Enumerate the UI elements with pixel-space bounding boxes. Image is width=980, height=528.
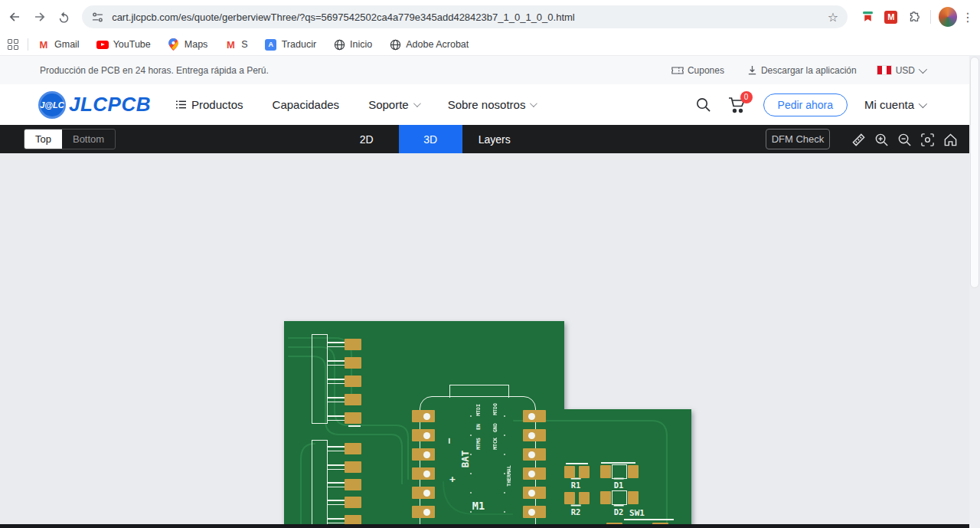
toolbar-separator (930, 10, 931, 24)
app-window: cart.jlcpcb.com/es/quote/gerberviewThree… (0, 0, 980, 528)
zoom-in-icon[interactable] (873, 131, 890, 148)
side-bottom-button[interactable]: Bottom (62, 130, 115, 149)
bookmark-gmail[interactable]: M Gmail (38, 38, 80, 51)
logo-text: JLCPCB (69, 93, 151, 116)
pcb-silkscreen-layer: J3 J4 J1 J2 M1 BAT − + MTMS EN MTDI MTCK… (284, 321, 691, 528)
gmail-icon: M (38, 38, 50, 51)
url-text[interactable]: cart.jlcpcb.com/es/quote/gerberviewThree… (112, 11, 828, 23)
bookmark-youtube[interactable]: YouTube (96, 38, 151, 51)
site-header: J@LC JLCPCB Productos Capacidades Soport… (0, 84, 969, 125)
pcb-silk-dot (470, 435, 472, 436)
promo-bar: Producción de PCB en 24 horas. Entrega r… (0, 55, 969, 84)
extensions-puzzle-icon[interactable] (905, 7, 923, 27)
dfm-check-button[interactable]: DFM Check (766, 129, 830, 149)
pcb-viewer-canvas[interactable]: J3 J4 J1 J2 M1 BAT − + MTMS EN MTDI MTCK… (0, 153, 969, 524)
pcb-pad-hole (528, 432, 535, 439)
nav-sobre-nosotros[interactable]: Sobre nosotros (448, 98, 536, 111)
pcb-pad-hole (423, 509, 430, 516)
tab-2d[interactable]: 2D (335, 125, 399, 153)
nav-productos[interactable]: Productos (175, 98, 243, 111)
password-extension-icon[interactable]: M (882, 7, 900, 27)
pcb-silk-dot (504, 454, 505, 455)
tab-3d[interactable]: 3D (399, 125, 463, 153)
zoom-out-icon[interactable] (896, 131, 913, 148)
pcb-pad (628, 465, 639, 478)
bookmark-traducir[interactable]: A Traducir (265, 38, 316, 51)
measure-ruler-icon[interactable] (850, 131, 867, 148)
url-bar[interactable]: cart.jlcpcb.com/es/quote/gerberviewThree… (82, 5, 848, 28)
silk-pin-gnd: GND (492, 423, 498, 432)
pcb-silk-stub (328, 500, 345, 501)
forward-icon[interactable] (29, 6, 49, 28)
pcb-silk-stub (328, 342, 345, 343)
browser-toolbar: cart.jlcpcb.com/es/quote/gerberviewThree… (0, 0, 980, 34)
pcb-silk-line (566, 463, 588, 464)
silk-label-bat-minus: − (443, 438, 455, 444)
pcb-silk-dot (470, 511, 472, 513)
pcb-silk-dot (504, 511, 505, 513)
pcb-pad (345, 497, 361, 508)
account-menu[interactable]: Mi cuenta (864, 98, 925, 111)
tab-layers[interactable]: Layers (462, 125, 527, 153)
pcb-silk-stub (328, 518, 345, 520)
bookmark-maps[interactable]: Maps (168, 38, 208, 51)
back-icon[interactable] (5, 6, 24, 28)
home-icon[interactable] (942, 131, 959, 148)
side-top-button[interactable]: Top (24, 130, 62, 149)
maps-pin-icon (168, 38, 180, 51)
browser-menu-icon[interactable]: ⋮ (962, 10, 974, 25)
pcb-pad-hole (423, 471, 430, 477)
center-focus-icon[interactable] (919, 131, 936, 148)
pcb-silk-stub (328, 402, 345, 403)
silk-label-r2: R2 (571, 505, 581, 517)
pcb-silk-line (348, 425, 361, 427)
silk-label-r1: R1 (571, 478, 581, 490)
pcb-silk-dot (504, 492, 505, 494)
pcb-silk-line (624, 519, 674, 520)
chevron-down-icon (919, 99, 927, 107)
pcb-silk-stub (328, 469, 345, 471)
order-now-button[interactable]: Pedir ahora (763, 93, 848, 116)
nav-soporte[interactable]: Soporte (368, 98, 419, 111)
pcb-pad (345, 443, 361, 454)
silk-label-d2: D2 (614, 505, 624, 517)
silk-pin-en: EN (475, 424, 482, 430)
pcb-silk-line (601, 462, 635, 464)
pcb-board: J3 J4 J1 J2 M1 BAT − + MTMS EN MTDI MTCK… (284, 321, 691, 528)
pcb-pad (600, 491, 611, 504)
silk-pin-thermal: THERMAL (506, 465, 512, 486)
silk-pin-mtms: MTMS (475, 438, 482, 450)
page-scrollbar-thumb[interactable] (970, 57, 979, 288)
search-icon[interactable] (695, 97, 711, 113)
list-icon (175, 100, 187, 110)
coupons-link[interactable]: Cupones (671, 65, 724, 76)
pcb-silk-stub (328, 360, 345, 362)
reload-icon[interactable] (54, 6, 74, 28)
footer-strip (0, 524, 969, 528)
pcb-pad-hole (528, 471, 535, 477)
profile-avatar[interactable] (939, 7, 957, 27)
apps-grid-icon[interactable] (8, 39, 18, 50)
silk-label-d1: D1 (614, 478, 624, 490)
gmail-icon: M (224, 38, 237, 51)
bookmark-s[interactable]: M S (224, 38, 247, 51)
download-app-link[interactable]: Descargar la aplicación (747, 65, 857, 76)
silk-label-bat-plus: + (449, 474, 456, 485)
translate-icon: A (265, 38, 277, 51)
nav-capacidades[interactable]: Capacidades (273, 98, 340, 111)
adblock-extension-icon[interactable] (858, 7, 877, 27)
pcb-pad (579, 492, 590, 504)
currency-selector[interactable]: USD (877, 65, 925, 76)
bookmark-adobe-acrobat[interactable]: Adobe Acrobat (389, 38, 469, 51)
site-settings-icon[interactable] (91, 11, 104, 24)
bookmark-inicio[interactable]: Inicio (333, 38, 372, 51)
jlcpcb-logo[interactable]: J@LC JLCPCB (38, 91, 151, 119)
pcb-pad (345, 357, 361, 369)
pcb-silk-dot (470, 454, 472, 455)
pcb-pad-hole (528, 451, 535, 458)
pcb-silk-stub (328, 415, 345, 417)
cart-button[interactable]: 0 (728, 97, 746, 113)
pcb-silk-dot (470, 473, 472, 474)
pcb-silk-stub (328, 464, 345, 466)
bookmark-star-icon[interactable]: ☆ (828, 10, 838, 25)
